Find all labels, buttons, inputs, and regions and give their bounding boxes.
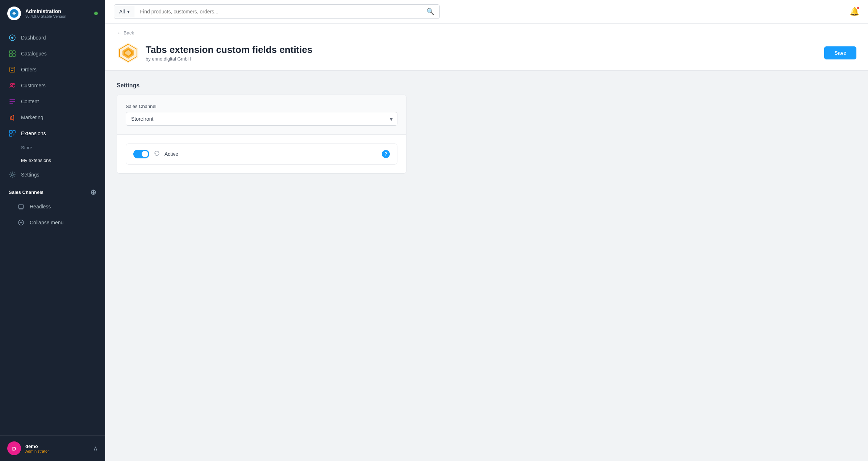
page-title-row: Tabs extension custom fields entities by… [117,41,856,65]
sync-icon [154,150,160,158]
app-version: v6.4.9.0 Stable Version [25,14,90,18]
sidebar-item-label: Headless [30,204,51,209]
svg-rect-4 [13,51,15,53]
sidebar-item-label: Orders [21,67,37,72]
sales-channels-section: Sales Channels ⊕ Headless [0,183,105,233]
user-info: demo Administrator [25,444,89,453]
extensions-icon [9,130,16,137]
sales-channel-label: Sales Channel [126,104,397,109]
sales-channels-header: Sales Channels ⊕ [9,188,96,196]
sidebar-item-label: Settings [21,172,39,178]
user-role: Administrator [25,449,89,453]
svg-point-9 [13,83,14,85]
sidebar-item-marketing[interactable]: Marketing [0,109,105,125]
sidebar-item-customers[interactable]: Customers [0,78,105,94]
user-avatar: D [7,441,21,455]
topbar: All ▾ 🔍 🔔 [105,0,868,24]
search-icon: 🔍 [426,8,434,15]
plugin-icon [117,41,140,65]
back-arrow-icon: ← [117,30,121,36]
svg-point-13 [11,174,13,176]
marketing-icon [9,114,16,121]
svg-rect-14 [18,205,24,208]
sidebar-subitem-my-extensions[interactable]: My extensions [0,154,105,167]
sidebar-item-label: Dashboard [21,35,46,41]
sidebar-item-content[interactable]: Content [0,94,105,109]
search-button[interactable]: 🔍 [421,5,439,18]
sidebar-subitem-store[interactable]: Store [0,141,105,154]
sales-channel-section: Sales Channel Storefront Headless ▾ [117,95,406,135]
search-input[interactable] [135,6,421,17]
svg-rect-10 [9,130,12,133]
settings-section-title: Settings [117,82,856,89]
status-dot [94,12,98,15]
page-title-left: Tabs extension custom fields entities by… [117,41,312,65]
app-logo [7,7,21,20]
sub-item-label: Store [21,145,32,150]
search-filter-label: All [119,9,125,14]
content-body: Settings Sales Channel Storefront Headle… [105,71,868,185]
toggle-thumb [142,151,148,157]
svg-rect-6 [13,54,15,57]
sales-channel-select[interactable]: Storefront Headless [126,112,397,125]
save-button[interactable]: Save [824,46,856,59]
content-icon [9,98,16,105]
sidebar-item-label: Customers [21,83,46,88]
notification-badge [856,6,860,10]
sidebar-item-extensions[interactable]: Extensions [0,125,105,141]
sidebar-item-label: Content [21,99,39,104]
active-label: Active [164,151,377,157]
svg-rect-7 [10,67,15,72]
sales-channel-select-wrapper: Storefront Headless ▾ [126,112,397,126]
active-toggle-row: Active ? [126,144,397,165]
sidebar-item-label: Marketing [21,115,43,120]
add-sales-channel-button[interactable]: ⊕ [90,188,96,196]
user-name: demo [25,444,89,449]
topbar-actions: 🔔 [850,7,859,16]
app-title-block: Administration v6.4.9.0 Stable Version [25,8,90,18]
sidebar: Administration v6.4.9.0 Stable Version D… [0,0,105,461]
sales-channels-label: Sales Channels [9,190,43,195]
search-wrapper: All ▾ 🔍 [114,4,440,19]
page-header-bar: ← Back Tabs extension custom fields enti… [105,24,868,71]
sidebar-item-dashboard[interactable]: Dashboard [0,30,105,46]
active-section: Active ? [117,135,406,173]
dashboard-icon [9,34,16,41]
back-link[interactable]: ← Back [117,30,134,36]
svg-point-2 [11,37,13,39]
footer-chevron-icon[interactable]: ∧ [93,444,98,452]
sub-item-label: My extensions [21,158,51,163]
sidebar-item-catalogues[interactable]: Catalogues [0,46,105,62]
notifications-button[interactable]: 🔔 [850,7,859,16]
search-filter-chevron: ▾ [127,9,130,14]
svg-rect-11 [13,130,15,133]
content-area: ← Back Tabs extension custom fields enti… [105,24,868,461]
main-area: All ▾ 🔍 🔔 ← Back [105,0,868,461]
back-label: Back [124,30,134,36]
sidebar-footer: D demo Administrator ∧ [0,435,105,461]
page-title: Tabs extension custom fields entities [146,44,312,55]
help-icon-button[interactable]: ? [382,150,390,158]
sidebar-item-collapse-menu[interactable]: Collapse menu [9,215,96,230]
collapse-menu-icon [17,219,25,226]
sidebar-item-headless[interactable]: Headless [9,199,96,215]
svg-rect-3 [9,51,12,53]
page-subtitle: by enno.digital GmbH [146,56,312,62]
app-name: Administration [25,8,90,14]
svg-rect-12 [9,134,12,136]
customers-icon [9,82,16,89]
svg-rect-5 [9,54,12,57]
sidebar-item-settings[interactable]: Settings [0,167,105,183]
active-toggle[interactable] [133,150,149,158]
page-title-block: Tabs extension custom fields entities by… [146,44,312,62]
sidebar-item-label: Extensions [21,130,46,136]
settings-icon [9,171,16,178]
sidebar-item-label: Collapse menu [30,220,63,225]
search-filter-dropdown[interactable]: All ▾ [114,6,135,17]
headless-icon [17,203,25,210]
catalogues-icon [9,50,16,57]
logo-letter [10,9,18,18]
sidebar-item-label: Catalogues [21,51,47,57]
nav-items: Dashboard Catalogues Orders [0,27,105,435]
sidebar-item-orders[interactable]: Orders [0,62,105,78]
